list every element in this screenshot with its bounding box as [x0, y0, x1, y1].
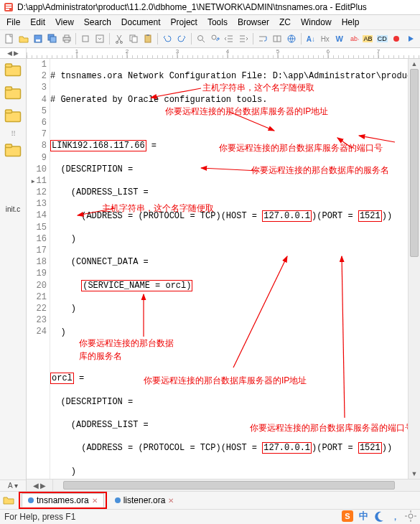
redo-icon[interactable] [175, 32, 188, 45]
toolbar: A↓ Hx W ab✓ AB CD [0, 29, 420, 48]
port-box: 1521 [358, 442, 382, 454]
settings-icon[interactable] [404, 510, 417, 523]
hostname-box: orcl [50, 373, 74, 384]
scroll-thumb[interactable] [63, 481, 395, 490]
insert-hx-icon[interactable]: Hx [319, 32, 332, 45]
vertical-scrollbar[interactable]: ▲ ▼ [408, 59, 420, 479]
play-icon[interactable] [404, 32, 417, 45]
svg-text:2: 2 [126, 48, 129, 55]
comma-icon[interactable]: ， [388, 510, 401, 523]
new-file-icon[interactable] [3, 32, 16, 45]
drag-handle-icon[interactable]: ⠿ [4, 131, 22, 136]
drive-selector[interactable]: A ▾ [0, 479, 26, 491]
lang-cn-icon[interactable]: 中 [357, 510, 370, 523]
code-line: # Generated by Oracle configuration tool… [50, 94, 408, 106]
horizontal-scrollbar[interactable]: ◀ ▶ [27, 479, 420, 491]
code-line: (SERVICE_NAME = orcl) [50, 280, 408, 291]
menu-document[interactable]: Document [116, 16, 166, 29]
toolbar-separator [191, 33, 192, 45]
toggle-view-icon[interactable] [271, 32, 284, 45]
code-line: (CONNECT_DATA = [50, 256, 408, 268]
tab-dot-icon [115, 497, 121, 503]
svg-point-25 [393, 36, 399, 42]
toggle-icon[interactable] [79, 32, 92, 45]
editor: 123456789101112131415161718192021222324 … [27, 59, 420, 491]
code-line: ) [50, 466, 408, 477]
highlight-ab-icon[interactable]: AB [361, 32, 374, 45]
moon-icon[interactable] [373, 510, 386, 523]
menu-file[interactable]: File [1, 16, 25, 29]
tab-listener[interactable]: listener.ora ✕ [108, 493, 181, 507]
editor-body[interactable]: 123456789101112131415161718192021222324 … [27, 59, 420, 479]
save-all-icon[interactable] [46, 32, 59, 45]
system-tray: S 中 ， [341, 510, 417, 523]
tab-dot-icon [28, 497, 34, 503]
svg-text:5: 5 [276, 48, 280, 55]
tab-tnsnames[interactable]: tnsnames.ora ✕ [22, 493, 104, 507]
window-title: D:\app\Administrator\product\11.2.0\dbho… [17, 2, 367, 12]
dropdown-icon[interactable] [93, 32, 106, 45]
outdent-icon[interactable] [223, 32, 235, 45]
word-w-icon[interactable]: W [333, 32, 346, 45]
code-line: (DESCRIPTION = [50, 164, 408, 175]
ime-icon[interactable]: S [341, 510, 354, 523]
host-ip-box: 127.0.0.1 [262, 442, 312, 454]
folder-icon[interactable] [4, 85, 22, 102]
anno-ip: 你要远程连接的那台数据库服务器的IP地址 [165, 106, 328, 117]
sidebar: ⠿ init.c A ▾ [0, 59, 27, 491]
print-icon[interactable] [60, 32, 73, 45]
service-name-box: (SERVICE_NAME = orcl) [81, 280, 192, 291]
browser-icon[interactable] [285, 32, 298, 45]
save-icon[interactable] [32, 32, 45, 45]
code-area[interactable]: # tnsnames.ora Network Configuration Fil… [50, 59, 408, 479]
tab-close-icon[interactable]: ✕ [92, 497, 98, 505]
copy-icon[interactable] [127, 32, 140, 45]
svg-rect-11 [65, 40, 69, 42]
code-line [50, 350, 408, 361]
menu-window[interactable]: Window [296, 16, 337, 29]
cut-icon[interactable] [113, 32, 126, 45]
ruler-controls: ◀ ▶ [0, 48, 27, 58]
open-file-icon[interactable] [17, 32, 30, 45]
sidebar-file-label[interactable]: init.c [6, 205, 21, 213]
insert-a-icon[interactable]: A↓ [304, 32, 317, 45]
spell-icon[interactable]: ab✓ [347, 32, 360, 45]
menu-project[interactable]: Project [166, 16, 202, 29]
menu-tools[interactable]: Tools [202, 16, 233, 29]
indent-icon[interactable] [237, 32, 250, 45]
scroll-thumb[interactable] [410, 69, 419, 257]
scroll-down-icon[interactable]: ▼ [409, 469, 420, 479]
wrap-icon[interactable] [256, 32, 269, 45]
search-next-icon[interactable] [209, 32, 222, 45]
active-tab-highlight: tnsnames.ora ✕ [19, 492, 107, 509]
ruler-left-arrow-icon[interactable]: ◀ [7, 50, 12, 57]
record-icon[interactable] [390, 32, 403, 45]
menu-browser[interactable]: Browser [233, 16, 274, 29]
menu-view[interactable]: View [50, 16, 79, 29]
paste-icon[interactable] [141, 32, 154, 45]
svg-rect-1 [6, 4, 11, 6]
menu-help[interactable]: Help [337, 16, 365, 29]
scroll-up-icon[interactable]: ▲ [409, 59, 420, 69]
title-bar: D:\app\Administrator\product\11.2.0\dbho… [0, 0, 420, 15]
code-line: (ADDRESS_LIST = [50, 187, 408, 198]
ruler-ticks: 123 4567 [27, 48, 420, 58]
undo-icon[interactable] [161, 32, 174, 45]
search-icon[interactable] [195, 32, 207, 45]
svg-rect-17 [132, 37, 137, 42]
svg-rect-13 [96, 35, 103, 42]
menu-search[interactable]: Search [79, 16, 116, 29]
tab-close-icon[interactable]: ✕ [168, 497, 174, 505]
folder-icon[interactable] [4, 108, 22, 125]
svg-text:1: 1 [75, 48, 79, 55]
ruler-right-arrow-icon[interactable]: ▶ [14, 50, 19, 57]
svg-point-60 [409, 514, 413, 518]
folder-icon[interactable] [3, 495, 14, 506]
menu-edit[interactable]: Edit [25, 16, 50, 29]
svg-rect-2 [6, 6, 11, 8]
menu-zc[interactable]: ZC [274, 16, 296, 29]
folder-icon[interactable] [4, 142, 22, 159]
folder-icon[interactable] [4, 62, 22, 79]
highlight-cd-icon[interactable]: CD [375, 32, 388, 45]
svg-rect-4 [6, 34, 12, 43]
